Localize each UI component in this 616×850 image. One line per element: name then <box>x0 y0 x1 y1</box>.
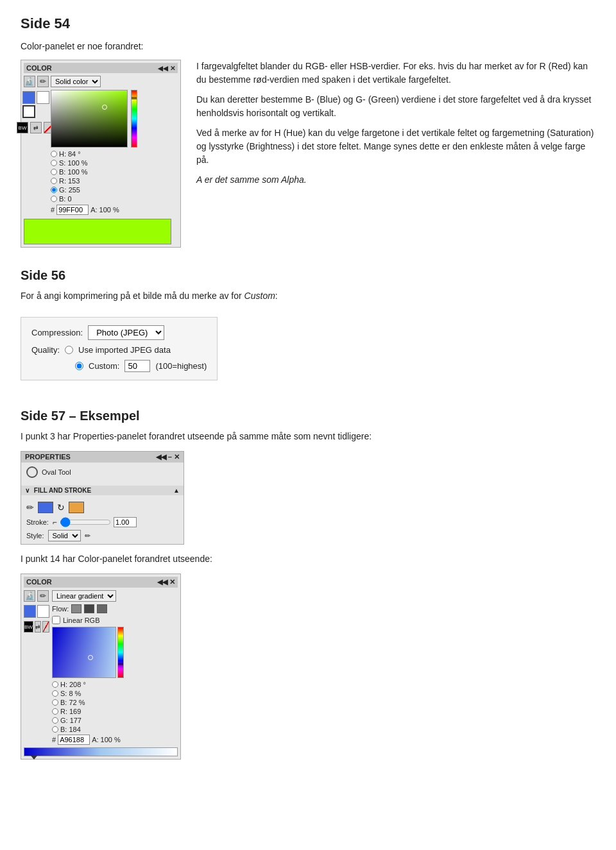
stroke-swatch[interactable] <box>22 105 35 118</box>
panel2-right: Linear gradient Flow: Linear RGB <box>52 590 178 745</box>
panel-tools: 🔬 ✏ BW ⇄ <box>24 76 48 215</box>
fill-swatch-blue[interactable] <box>38 502 53 513</box>
refresh-icon[interactable]: ↻ <box>57 502 65 513</box>
panel2-r-field: R: 169 <box>52 708 178 715</box>
color-swatches <box>22 91 49 118</box>
b-radio[interactable] <box>51 169 57 175</box>
highest-label: (100=highest) <box>155 361 207 371</box>
style-pencil-icon[interactable]: ✏ <box>85 532 90 540</box>
panel2-none-icon[interactable] <box>42 621 49 633</box>
gradient2-hue-row <box>52 627 178 681</box>
properties-header: PROPERTIES ◀◀ – ✕ <box>21 452 184 463</box>
oval-icon <box>26 466 38 478</box>
swap-icon[interactable]: ⇄ <box>30 122 42 133</box>
big-color-swatch[interactable] <box>24 219 171 244</box>
fg-swatch[interactable] <box>22 91 35 104</box>
panel2-bw-icon[interactable]: BW <box>24 621 33 633</box>
flow-btn3[interactable] <box>97 604 107 613</box>
g-label: G: <box>59 186 67 194</box>
stroke-label: Stroke: <box>26 518 49 526</box>
h-value: 84 ° <box>68 150 81 158</box>
panel-body: 🔬 ✏ BW ⇄ <box>24 76 178 215</box>
a2-value: 100 % <box>101 736 121 744</box>
g-radio[interactable] <box>51 187 57 193</box>
gradient2-inner <box>53 627 116 677</box>
r-radio[interactable] <box>51 178 57 184</box>
gradient2-cursor[interactable] <box>88 655 93 660</box>
pencil-tool[interactable]: ✏ <box>37 76 49 87</box>
text54-para1: I fargevalgfeltet blander du RGB- eller … <box>196 60 595 87</box>
fill-swatch-orange[interactable] <box>69 502 84 513</box>
panel2-s-radio[interactable] <box>52 690 58 697</box>
eyedropper-tool[interactable]: 🔬 <box>24 76 35 87</box>
panel2-arrows[interactable]: ◀◀ ✕ <box>157 578 175 586</box>
compression-label: Compression: <box>31 328 83 337</box>
fields2: H: 208 ° S: 8 % B: 72 % <box>52 681 178 745</box>
h-radio[interactable] <box>51 151 57 157</box>
panel2-pencil[interactable]: ✏ <box>37 590 49 602</box>
side57-point14: I punkt 14 har Color-panelet forandret u… <box>21 552 595 566</box>
panel2-bottom-tools: BW ⇄ <box>24 621 49 633</box>
b2-value: 0 <box>67 195 71 203</box>
hex2-input[interactable] <box>58 735 90 745</box>
side56-intro: For å angi komprimering på et bilde må d… <box>21 289 595 303</box>
panel2-g-value: 177 <box>70 717 81 724</box>
linear-rgb-checkbox[interactable] <box>52 616 60 624</box>
stroke-slider[interactable] <box>60 517 111 527</box>
panel2-body: 🔬 ✏ BW ⇄ Li <box>24 590 178 745</box>
bottom-tool-row: BW ⇄ <box>17 122 55 133</box>
properties-arrows[interactable]: ◀◀ – ✕ <box>156 453 180 461</box>
fill-chevron[interactable]: ∨ <box>25 487 30 494</box>
stroke-left-icon: ⌐ <box>53 518 57 527</box>
panel2-fg-swatch[interactable] <box>24 605 36 618</box>
custom-radio[interactable] <box>75 362 83 370</box>
stroke-value-input[interactable] <box>114 517 137 527</box>
panel2-g-radio[interactable] <box>52 717 58 724</box>
tool-row-1: 🔬 ✏ <box>24 76 49 87</box>
custom-label: Custom: <box>89 361 119 371</box>
compression-dropdown[interactable]: Photo (JPEG) <box>88 325 164 340</box>
hue2-indicator <box>118 663 123 665</box>
color-gradient2-area[interactable] <box>52 627 116 678</box>
fill-stroke-body: ✏ ↻ Stroke: ⌐ Style: Solid ✏ <box>21 499 184 544</box>
custom-value-input[interactable] <box>124 360 150 372</box>
linear-rgb-label: Linear RGB <box>63 616 99 624</box>
color-gradient-area[interactable] <box>51 90 128 148</box>
hex-symbol: # <box>51 206 55 214</box>
a-value: 100 % <box>99 206 119 214</box>
panel2-b-radio[interactable] <box>52 699 58 706</box>
section-side57: Side 57 – Eksempel I punkt 3 har Propert… <box>21 409 595 760</box>
color-mode-dropdown2[interactable]: Linear gradient <box>52 590 116 602</box>
s-radio[interactable] <box>51 160 57 166</box>
panel2-b2-radio[interactable] <box>52 726 58 733</box>
panel2-eyedropper[interactable]: 🔬 <box>24 590 35 602</box>
side54-title: Side 54 <box>21 15 595 32</box>
black-white-icon[interactable]: BW <box>17 122 28 133</box>
gradient-bottom-bar[interactable] <box>24 747 178 756</box>
panel2-bg-swatch[interactable] <box>37 605 49 618</box>
hex-input[interactable] <box>56 205 89 215</box>
panel2-h-radio[interactable] <box>52 681 58 688</box>
s-field: S: 100 % <box>51 159 178 167</box>
panel2-r-radio[interactable] <box>52 708 58 715</box>
panel2-swap-icon[interactable]: ⇄ <box>35 621 42 633</box>
hue-indicator <box>132 97 137 99</box>
hue-bar2[interactable] <box>117 627 124 678</box>
flow-btn1[interactable] <box>71 604 81 613</box>
style-dropdown[interactable]: Solid <box>48 530 81 541</box>
fill-stroke-header: ∨ FILL AND STROKE ▲ <box>21 486 184 495</box>
color-mode-dropdown[interactable]: Solid color <box>51 76 101 87</box>
fill-stroke-arrow[interactable]: ▲ <box>173 487 180 494</box>
panel2-g-label: G: <box>60 717 68 724</box>
b2-radio[interactable] <box>51 196 57 202</box>
bg-swatch[interactable] <box>37 91 49 104</box>
imported-jpeg-radio[interactable] <box>65 346 73 354</box>
gradient-cursor[interactable] <box>102 105 107 110</box>
gradient-stop-indicator[interactable] <box>31 756 37 760</box>
fill-pencil-icon[interactable]: ✏ <box>26 502 34 513</box>
b2-label: B: <box>59 195 65 203</box>
flow-btn2[interactable] <box>84 604 94 613</box>
side57-intro: I punkt 3 har Properties-panelet forandr… <box>21 430 595 443</box>
hue-bar[interactable] <box>131 90 137 148</box>
panel-arrows[interactable]: ◀◀ ✕ <box>158 65 175 72</box>
